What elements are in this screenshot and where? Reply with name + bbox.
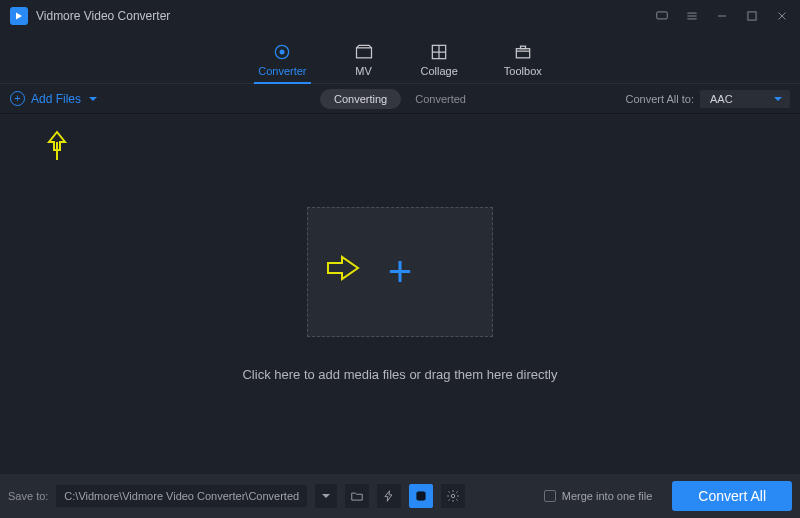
toolbar: + Add Files Converting Converted Convert… — [0, 84, 800, 114]
save-to-label: Save to: — [8, 490, 48, 502]
annotation-arrow-up-icon — [44, 130, 70, 165]
tab-toolbox[interactable]: Toolbox — [504, 43, 542, 83]
footer-bar: Save to: C:\Vidmore\Vidmore Video Conver… — [0, 474, 800, 518]
minimize-icon[interactable] — [714, 8, 730, 24]
add-files-button[interactable]: + Add Files — [10, 91, 97, 106]
segment-converted[interactable]: Converted — [401, 89, 480, 109]
svg-marker-0 — [16, 13, 22, 20]
app-logo-icon — [10, 7, 28, 25]
tab-label: MV — [355, 65, 372, 77]
main-nav: Converter MV Collage Toolbox — [0, 32, 800, 84]
main-area: + Click here to add media files or drag … — [0, 114, 800, 474]
mv-icon — [353, 43, 375, 61]
svg-point-10 — [451, 494, 455, 498]
menu-icon[interactable] — [684, 8, 700, 24]
svg-rect-9 — [417, 492, 425, 500]
open-folder-button[interactable] — [345, 484, 369, 508]
convert-all-button[interactable]: Convert All — [672, 481, 792, 511]
convert-all-to-label: Convert All to: — [626, 93, 694, 105]
gpu-accel-button[interactable] — [409, 484, 433, 508]
close-icon[interactable] — [774, 8, 790, 24]
plus-circle-icon: + — [10, 91, 25, 106]
annotation-arrow-right-icon — [326, 254, 362, 285]
svg-rect-8 — [520, 46, 525, 49]
tab-label: Toolbox — [504, 65, 542, 77]
merge-label: Merge into one file — [562, 490, 653, 502]
svg-point-4 — [280, 50, 285, 55]
tab-label: Collage — [421, 65, 458, 77]
convert-all-to-group: Convert All to: AAC — [626, 90, 790, 108]
output-format-select[interactable]: AAC — [700, 90, 790, 108]
lightning-off-button[interactable] — [377, 484, 401, 508]
app-title: Vidmore Video Converter — [36, 9, 170, 23]
merge-into-one-file-checkbox[interactable]: Merge into one file — [544, 490, 653, 502]
chevron-down-icon — [89, 97, 97, 101]
plus-icon: + — [388, 251, 413, 293]
conversion-state-toggle: Converting Converted — [320, 89, 480, 109]
tab-converter[interactable]: Converter — [258, 43, 306, 83]
tab-mv[interactable]: MV — [353, 43, 375, 83]
feedback-icon[interactable] — [654, 8, 670, 24]
dropzone-hint: Click here to add media files or drag th… — [242, 367, 557, 382]
title-bar: Vidmore Video Converter — [0, 0, 800, 32]
svg-rect-2 — [748, 12, 756, 20]
settings-gear-button[interactable] — [441, 484, 465, 508]
tab-collage[interactable]: Collage — [421, 43, 458, 83]
svg-rect-5 — [356, 48, 371, 58]
svg-rect-7 — [516, 49, 529, 58]
toolbox-icon — [512, 43, 534, 61]
segment-converting[interactable]: Converting — [320, 89, 401, 109]
save-path-display[interactable]: C:\Vidmore\Vidmore Video Converter\Conve… — [56, 485, 307, 507]
save-path-dropdown[interactable] — [315, 484, 337, 508]
tab-label: Converter — [258, 65, 306, 77]
window-controls — [654, 8, 790, 24]
converter-icon — [271, 43, 293, 61]
add-files-label: Add Files — [31, 92, 81, 106]
checkbox-box-icon — [544, 490, 556, 502]
maximize-icon[interactable] — [744, 8, 760, 24]
collage-icon — [428, 43, 450, 61]
